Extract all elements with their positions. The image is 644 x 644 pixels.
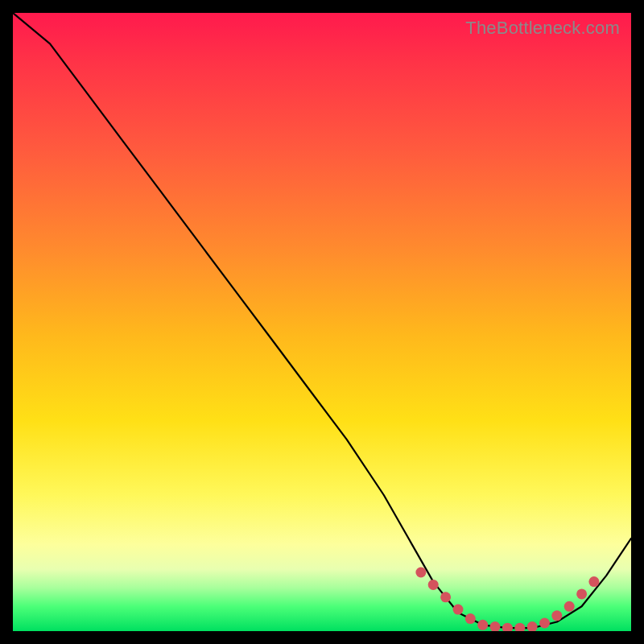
marker-dot [415,568,426,578]
marker-dot [440,592,451,602]
marker-dot [576,588,587,599]
bottleneck-curve [13,13,631,628]
marker-dot [588,576,599,587]
chart-overlay [13,13,631,631]
marker-dot [477,620,488,630]
marker-dot [490,621,501,631]
chart-stage: TheBottleneck.com [0,0,644,644]
plot-area: TheBottleneck.com [13,13,631,631]
marker-dot [527,621,538,631]
marker-dot [428,580,439,590]
marker-dot [551,610,562,621]
marker-dot [502,623,513,631]
marker-dot [453,605,464,615]
marker-group [415,568,599,632]
marker-dot [539,618,550,629]
marker-dot [514,623,525,631]
marker-dot [465,613,476,624]
marker-dot [564,601,575,612]
